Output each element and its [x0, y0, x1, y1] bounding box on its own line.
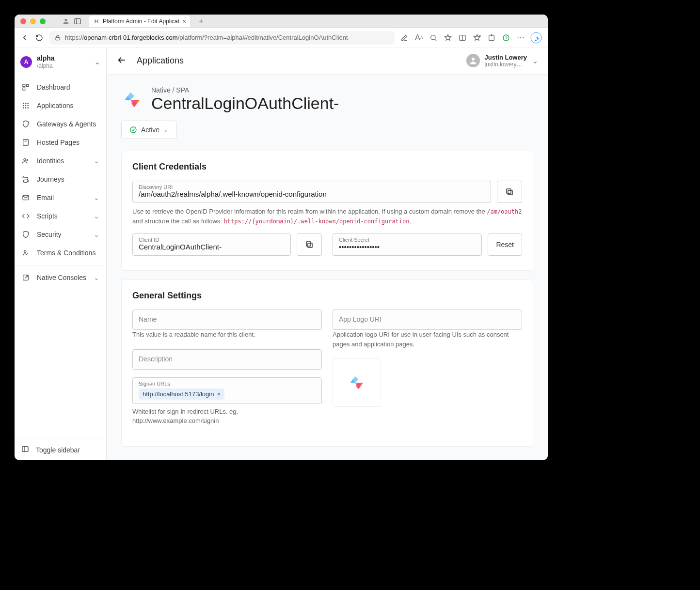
sidebar-item-terms[interactable]: Terms & Conditions [15, 244, 106, 262]
sidebar-item-identities[interactable]: Identities⌄ [15, 152, 106, 170]
user-menu[interactable]: Justin Lowery justin.lowery… ⌄ [466, 54, 538, 68]
svg-rect-15 [26, 84, 29, 87]
profile-icon[interactable] [62, 17, 70, 25]
chevron-down-icon: ⌄ [94, 212, 99, 220]
nav-label: Security [37, 231, 62, 238]
name-input[interactable]: Name [132, 310, 322, 330]
svg-point-33 [24, 251, 26, 253]
svg-point-22 [27, 105, 29, 107]
text-size-icon[interactable]: AA [415, 34, 423, 42]
svg-point-0 [64, 18, 67, 21]
chevron-down-icon: ⌄ [94, 274, 99, 281]
nav-label: Dashboard [37, 83, 70, 91]
app-header: Native / SPA CentralLoginOAuthClient- [121, 86, 533, 113]
signin-urls-input[interactable]: Sign-in URLs http://localhost:5173/login… [132, 377, 322, 404]
svg-rect-3 [56, 37, 60, 40]
copy-client-id-button[interactable] [297, 233, 322, 256]
svg-point-19 [27, 103, 29, 104]
chevron-down-icon: ⌄ [94, 194, 99, 202]
extensions-icon[interactable] [488, 34, 495, 42]
browser-back-button[interactable] [20, 33, 29, 42]
svg-rect-1 [75, 18, 80, 24]
discovery-help-text: Use to retrieve the OpenID Provider info… [132, 207, 522, 226]
field-label: Sign-in URLs [139, 381, 316, 387]
close-tab-icon[interactable]: × [182, 17, 186, 25]
field-value: •••••••••••••••• [339, 243, 380, 251]
chevron-down-icon: ⌄ [532, 56, 538, 65]
sidebar-item-applications[interactable]: Applications [15, 96, 106, 115]
app-logo-uri-input[interactable]: App Logo URI [333, 310, 522, 330]
edit-url-icon[interactable] [400, 34, 408, 42]
logo-preview [333, 358, 381, 407]
field-label: Client ID [139, 237, 285, 243]
svg-point-24 [25, 108, 27, 109]
sidebar-item-scripts[interactable]: Scripts⌄ [15, 207, 106, 225]
nav-label: Email [37, 194, 54, 202]
sidebar-item-native-consoles[interactable]: Native Consoles⌄ [15, 268, 106, 287]
client-credentials-heading: Client Credentials [132, 162, 522, 172]
nav-label: Journeys [37, 175, 64, 183]
sidebar-item-journeys[interactable]: Journeys [15, 170, 106, 188]
sidebar-item-gateways[interactable]: Gateways & Agents [15, 115, 106, 133]
sidebar-item-dashboard[interactable]: Dashboard [15, 78, 106, 96]
split-icon[interactable] [459, 34, 466, 42]
field-label: Client Secret [339, 237, 476, 243]
url-text: https://openam-crbrl-01.forgeblocks.com/… [65, 34, 350, 41]
chip-label: http://localhost:5173/login [143, 390, 214, 398]
sidebar-item-security[interactable]: Security⌄ [15, 225, 106, 244]
svg-rect-16 [23, 88, 25, 91]
external-icon [21, 273, 30, 282]
zoom-icon[interactable] [430, 34, 437, 42]
svg-line-5 [435, 39, 436, 40]
svg-point-4 [431, 35, 435, 39]
realm-selector[interactable]: A alpha /alpha ⌄ [15, 47, 106, 76]
back-button[interactable] [116, 55, 127, 67]
description-input[interactable]: Description [132, 349, 322, 370]
copy-icon [305, 240, 314, 249]
svg-point-37 [472, 58, 475, 61]
general-settings-heading: General Settings [132, 291, 522, 301]
minimize-window-button[interactable] [30, 18, 36, 24]
people-icon [21, 156, 30, 165]
zoom-window-button[interactable] [40, 18, 46, 24]
name-help: This value is a readable name for this c… [132, 330, 322, 340]
svg-point-29 [27, 160, 28, 161]
realm-name: alpha [37, 54, 55, 62]
field-value: /am/oauth2/realms/alpha/.well-known/open… [139, 190, 327, 198]
performance-icon[interactable] [502, 34, 510, 42]
svg-point-18 [25, 103, 27, 104]
collections-icon[interactable] [473, 34, 481, 42]
bing-icon[interactable] [530, 32, 542, 44]
browser-tab[interactable]: Platform Admin - Edit Applicat × [89, 16, 190, 27]
chevron-down-icon: ⌄ [94, 157, 99, 165]
client-secret-field[interactable]: Client Secret •••••••••••••••• [333, 233, 482, 256]
tab-favicon-icon [93, 18, 100, 25]
user-name: Justin Lowery [485, 54, 527, 62]
chevron-down-icon: ⌄ [94, 231, 99, 238]
new-tab-button[interactable]: + [199, 17, 203, 26]
svg-point-21 [25, 105, 27, 107]
close-window-button[interactable] [20, 18, 26, 24]
chevron-down-icon: ⌄ [163, 126, 168, 133]
sidebar-item-email[interactable]: Email⌄ [15, 188, 106, 207]
titlebar: Platform Admin - Edit Applicat × + [15, 15, 548, 28]
browser-refresh-button[interactable] [35, 33, 44, 42]
lock-icon [54, 34, 61, 41]
discovery-uri-field[interactable]: Discovery URI /am/oauth2/realms/alpha/.w… [132, 181, 491, 203]
copy-discovery-button[interactable] [497, 181, 522, 203]
svg-rect-26 [23, 140, 29, 145]
sidebar-toggle-icon[interactable] [74, 17, 81, 25]
status-dropdown[interactable]: Active ⌄ [121, 121, 176, 139]
more-icon[interactable]: ⋯ [517, 34, 525, 42]
field-value: CentralLoginOAuthClient- [139, 243, 222, 251]
address-bar[interactable]: https://openam-crbrl-01.forgeblocks.com/… [49, 31, 395, 45]
app-logo-icon [121, 89, 143, 111]
reset-secret-button[interactable]: Reset [488, 233, 522, 256]
sidebar-item-hosted-pages[interactable]: Hosted Pages [15, 133, 106, 152]
favorite-icon[interactable] [444, 34, 452, 42]
general-settings-card: General Settings Name This value is a re… [121, 279, 533, 447]
field-placeholder: Name [139, 315, 157, 323]
remove-chip-icon[interactable]: × [217, 390, 221, 398]
client-id-field[interactable]: Client ID CentralLoginOAuthClient- [132, 233, 291, 256]
toggle-sidebar-button[interactable]: Toggle sidebar [15, 439, 106, 460]
